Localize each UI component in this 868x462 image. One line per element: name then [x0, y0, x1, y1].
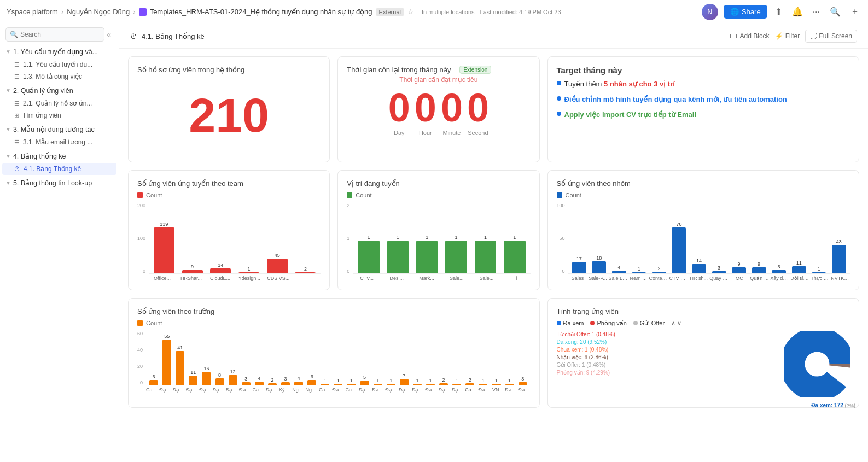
table-icon: ☰	[14, 61, 20, 68]
share-button[interactable]: 🌐 Share	[724, 5, 767, 19]
nav-section-1: ▼ 1. Yêu cầu tuyển dụng và... ☰ 1.1. Yêu…	[0, 45, 119, 83]
bar-x-label: Xây dun...	[770, 276, 789, 281]
nav-item-label: 4.1. Bảng Thống kê	[24, 165, 81, 173]
bar-x-label: Đại h...	[199, 387, 211, 393]
bar-value: 41	[177, 345, 183, 350]
sidebar-item-section1[interactable]: ▼ 1. Yêu cầu tuyển dụng và...	[0, 45, 119, 59]
bar-group: 2	[267, 331, 278, 385]
search-button[interactable]: 🔍	[828, 4, 843, 19]
sidebar-item-4-1[interactable]: ⏱ 4.1. Bảng Thống kê	[2, 163, 116, 175]
bar-group: 1	[346, 331, 357, 385]
bar-value: 43	[836, 239, 842, 244]
sidebar-item-1-1[interactable]: ☰ 1.1. Yêu cầu tuyển du...	[2, 59, 116, 71]
sidebar-item-section2[interactable]: ▼ 2. Quản lý ứng viên	[0, 84, 119, 97]
search-input[interactable]	[5, 27, 104, 42]
sidebar-item-section4[interactable]: ▼ 4. Bảng thống kê	[0, 149, 119, 163]
bar-group: 2	[650, 203, 668, 273]
timer-icon: ⏱	[14, 166, 20, 172]
sidebar-item-3-1[interactable]: ☰ 3.1. Mẫu email tương ...	[2, 136, 116, 148]
bar-value: 1	[818, 266, 820, 272]
bar-group: 1	[810, 203, 828, 273]
bar-value: 55	[164, 334, 170, 339]
dot-red	[590, 321, 595, 325]
timer-minute-value: 0	[441, 88, 463, 127]
bar-group: 1	[630, 203, 648, 273]
breadcrumb-doc-title[interactable]: Templates_HRM-ATS-01-2024_Hệ thống tuyển…	[150, 8, 372, 16]
bar	[792, 266, 806, 273]
status-label-pv: Phỏng vấn	[597, 320, 626, 327]
target-text-3: Apply việc import CV trực tiếp từ Email	[564, 110, 696, 120]
modified-info: Last modified: 4:19 PM Oct 23	[480, 9, 561, 15]
breadcrumb-platform[interactable]: Yspace platform	[7, 8, 58, 16]
bar-group: 11	[790, 203, 808, 273]
bar-x-label: Đối tác...	[790, 276, 809, 281]
y-label: 60	[137, 331, 143, 336]
dashboard-grid: Số hồ sơ ứng viên trong hệ thống 210 Thờ…	[119, 49, 868, 416]
bar	[439, 383, 448, 385]
bell-button[interactable]: 🔔	[790, 4, 805, 19]
legend-dot-orange	[137, 320, 143, 326]
bar-group: 17	[570, 203, 589, 273]
bar-value: 5	[778, 264, 780, 270]
add-block-button[interactable]: + + Add Block	[729, 32, 770, 40]
pie-legend: Từ chối Offer: 1 (0.48%) Đã xong: 20 (9.…	[557, 331, 778, 399]
chart4-legend: Count	[137, 320, 531, 326]
bar	[210, 268, 231, 273]
fullscreen-label: Full Screen	[819, 32, 852, 40]
filter-button[interactable]: ⚡ Filter	[775, 32, 800, 40]
more-button[interactable]: ···	[811, 5, 822, 19]
sidebar-item-tim-ung-vien[interactable]: ⊞ Tìm ứng viên	[2, 109, 116, 121]
plus-icon: +	[729, 32, 732, 40]
timer-badge: Extension	[459, 66, 491, 74]
bar-value: 1	[484, 235, 487, 240]
sidebar-item-1-3[interactable]: ☰ 1.3. Mô tả công việc	[2, 71, 116, 83]
fullscreen-button[interactable]: ⛶ Full Screen	[805, 30, 857, 43]
bar-value: 4	[298, 376, 300, 381]
nav-item-label: 3.1. Mẫu email tương ...	[23, 138, 92, 146]
bar-group: 12	[228, 331, 238, 385]
status-legend-pv: Phỏng vấn	[590, 320, 626, 327]
status-legend-toggle[interactable]: ∧ ∨	[671, 320, 681, 327]
bar-x-label: Đại h...	[159, 387, 171, 393]
target-list: Tuyển thêm 5 nhân sự cho 3 vị trí Điều c…	[557, 79, 850, 120]
breadcrumb-user[interactable]: Nguyễn Ngọc Dũng	[67, 8, 130, 16]
bar	[358, 241, 380, 273]
sidebar-item-2-1[interactable]: ☰ 2.1. Quản lý hồ sơ ứn...	[2, 97, 116, 109]
bar	[475, 241, 497, 273]
bar	[504, 241, 526, 273]
chart3-legend: Count	[557, 192, 850, 198]
bar-x-label: Đại h...	[213, 387, 225, 393]
content-title: 4.1. Bảng Thống kê	[142, 32, 205, 40]
bar-group: 1	[504, 331, 515, 385]
bar-value: 16	[203, 366, 209, 371]
export-button[interactable]: ⬆	[773, 4, 784, 19]
target-text-2: Điều chỉnh mô hình tuyển dụng qua kênh m…	[564, 95, 787, 104]
bar-x-label: Đại h...	[385, 387, 397, 393]
bar	[572, 262, 586, 273]
bar-x-label: Đại h...	[226, 387, 238, 393]
bar-chart-4: 6554111168123423461115117112121113	[146, 331, 531, 385]
pie-center	[805, 352, 829, 376]
chart4-y-axis: 60 40 20 0	[137, 331, 144, 385]
legend-dot-red	[137, 192, 143, 198]
star-icon[interactable]: ☆	[407, 8, 414, 16]
y-label: 2	[347, 203, 349, 208]
y-label: 0	[137, 380, 143, 385]
sidebar-item-section5[interactable]: ▼ 5. Bảng thông tin Look-up	[0, 176, 119, 190]
bar-group: 3	[241, 331, 252, 385]
add-button[interactable]: ＋	[848, 4, 861, 20]
bar-value: 1	[513, 235, 516, 240]
chart1-area: 200 100 0 1399141452 Office...HRShar...C…	[137, 203, 321, 281]
chart2-legend-label: Count	[356, 192, 371, 198]
search-wrap: 🔍	[5, 27, 104, 42]
bar-value: 3	[521, 376, 524, 382]
bar-group: 6	[306, 331, 317, 385]
sidebar-collapse-button[interactable]: «	[104, 28, 113, 41]
bar-value: 5	[363, 375, 366, 380]
content-header: ⏱ 4.1. Bảng Thống kê + + Add Block ⚡ Fil…	[119, 24, 868, 49]
bar-x-label: CTV Cá...	[669, 276, 688, 281]
sidebar-item-section3[interactable]: ▼ 3. Mẫu nội dung tương tác	[0, 122, 119, 136]
bar-x-label: Ngoa...	[306, 387, 318, 393]
bar-group: 3	[517, 331, 528, 385]
bar-x-label: HRShar...	[178, 276, 205, 281]
